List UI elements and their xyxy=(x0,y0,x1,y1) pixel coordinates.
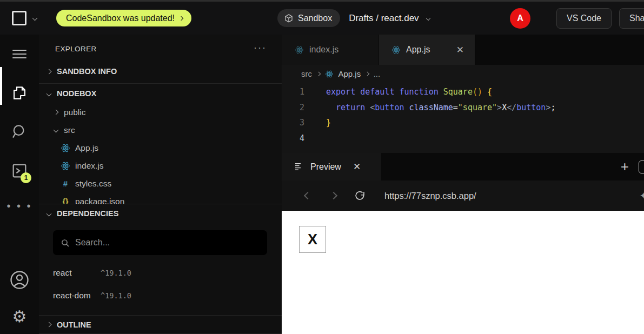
tree-item-label: index.js xyxy=(75,161,104,171)
dependency-row[interactable]: react-dom ^19.1.0 xyxy=(39,291,282,300)
add-preview-button[interactable]: + xyxy=(621,158,629,175)
top-bar: CodeSandbox was updated! Sandbox Drafts … xyxy=(0,0,644,35)
code-line: 1 export default function Square() { xyxy=(282,84,644,100)
avatar[interactable]: A xyxy=(510,8,530,29)
share-button-label: Share xyxy=(629,14,644,23)
dependency-name: react-dom xyxy=(53,291,93,300)
square-button[interactable]: X xyxy=(299,226,326,253)
section-label: SANDBOX INFO xyxy=(57,67,117,76)
line-number: 4 xyxy=(282,133,304,143)
search-icon xyxy=(10,123,29,141)
tree-item-app-js[interactable]: App.js xyxy=(39,139,282,157)
dependency-search-input[interactable] xyxy=(75,238,260,248)
avatar-letter: A xyxy=(517,14,523,23)
preview-url-bar: https://77sznp.csb.app/ ✦ xyxy=(282,181,644,211)
preview-tab-bar: Preview ✕ + xyxy=(282,153,644,181)
menu-button[interactable] xyxy=(0,35,39,74)
chevron-right-icon xyxy=(365,72,369,76)
arrow-right-icon xyxy=(330,192,337,199)
explorer-more-button[interactable]: ··· xyxy=(254,41,267,54)
tree-item-src[interactable]: src xyxy=(39,121,282,139)
breadcrumb-more[interactable]: ... xyxy=(374,69,381,78)
update-banner[interactable]: CodeSandbox was updated! xyxy=(56,10,191,26)
react-icon xyxy=(61,143,70,153)
react-icon xyxy=(391,45,401,55)
more-views-button[interactable]: • • • xyxy=(0,190,39,222)
tree-item-label: src xyxy=(64,125,75,135)
dependency-search[interactable] xyxy=(53,230,267,255)
chevron-right-icon xyxy=(179,16,183,20)
chevron-down-icon xyxy=(47,91,52,96)
react-icon xyxy=(325,70,334,78)
activity-bar: 1 • • • ⚙ xyxy=(0,35,39,334)
section-dependencies[interactable]: DEPENDENCIES xyxy=(39,204,282,223)
section-sandbox-info[interactable]: SANDBOX INFO xyxy=(39,59,282,83)
dependency-row[interactable]: react ^19.1.0 xyxy=(39,268,282,278)
back-button[interactable] xyxy=(295,193,321,198)
section-outline[interactable]: OUTLINE xyxy=(39,316,282,333)
terminal-badge: 1 xyxy=(21,172,31,183)
section-nodebox[interactable]: NODEBOX xyxy=(39,84,282,103)
cube-icon xyxy=(284,14,294,23)
sparkle-icon[interactable]: ✦ xyxy=(640,190,644,202)
breadcrumb: src App.js ... xyxy=(282,65,644,83)
tree-item-label: package.json xyxy=(75,197,124,204)
tree-item-styles-css[interactable]: # styles.css xyxy=(39,175,282,192)
breadcrumb-file[interactable]: App.js xyxy=(338,69,361,78)
close-icon[interactable]: ✕ xyxy=(453,44,467,56)
tree-clip: {} package.json xyxy=(39,192,282,204)
editor-area: index.js App.js ✕ src xyxy=(282,35,644,334)
hamburger-icon xyxy=(12,47,26,61)
settings-button[interactable]: ⚙ xyxy=(0,299,39,334)
preview-url[interactable]: https://77sznp.csb.app/ xyxy=(384,191,476,201)
section-label: DEPENDENCIES xyxy=(57,209,118,218)
share-button[interactable]: Share xyxy=(619,8,644,29)
explorer-view-button[interactable] xyxy=(0,74,39,112)
chevron-right-icon xyxy=(316,72,321,76)
preview-frame: X xyxy=(282,211,644,334)
code-line: 2 return <button className="square">X</b… xyxy=(282,100,644,116)
chevron-down-icon xyxy=(47,211,52,216)
arrow-left-icon xyxy=(304,192,311,199)
chevron-down-icon[interactable] xyxy=(32,16,38,21)
tree-item-public[interactable]: public xyxy=(39,103,282,121)
tree-item-package-json[interactable]: {} package.json xyxy=(39,192,282,204)
json-icon: {} xyxy=(61,197,70,204)
tab-app-js[interactable]: App.js ✕ xyxy=(379,35,475,65)
tree-item-label: styles.css xyxy=(75,179,111,189)
chevron-down-icon[interactable] xyxy=(426,16,430,20)
tree-item-label: public xyxy=(64,108,86,117)
explorer-sidebar: EXPLORER ··· SANDBOX INFO NODEBOX public… xyxy=(39,35,282,334)
refresh-button[interactable] xyxy=(347,190,373,202)
account-button[interactable] xyxy=(0,260,39,299)
section-label: NODEBOX xyxy=(57,89,96,98)
sandbox-badge[interactable]: Sandbox xyxy=(277,9,340,27)
account-icon xyxy=(9,269,30,291)
line-number: 3 xyxy=(282,118,304,128)
window-logo-icon[interactable] xyxy=(12,11,26,25)
close-icon[interactable]: ✕ xyxy=(353,161,361,172)
terminal-view-button[interactable]: 1 xyxy=(0,151,39,190)
tree-item-index-js[interactable]: index.js xyxy=(39,157,282,175)
react-icon xyxy=(295,45,304,55)
chevron-right-icon xyxy=(47,69,52,74)
breadcrumb-folder[interactable]: src xyxy=(301,69,312,78)
tree-item-label: App.js xyxy=(75,143,98,153)
code-editor[interactable]: 1 export default function Square() { 2 r… xyxy=(282,83,644,153)
code-line: 4 xyxy=(282,131,644,146)
code-line: 3 } xyxy=(282,115,644,131)
chevron-down-icon xyxy=(54,128,59,133)
project-breadcrumb[interactable]: Drafts / react.dev xyxy=(349,13,419,24)
preview-tab-label: Preview xyxy=(310,162,341,172)
forward-button[interactable] xyxy=(321,193,347,198)
tab-index-js[interactable]: index.js xyxy=(282,35,379,65)
vscode-button[interactable]: VS Code xyxy=(556,8,612,29)
line-number: 2 xyxy=(282,103,304,112)
react-icon xyxy=(61,161,70,171)
preview-tab[interactable]: Preview ✕ xyxy=(282,153,381,181)
search-view-button[interactable] xyxy=(0,112,39,151)
gear-icon: ⚙ xyxy=(12,309,27,325)
layout-icon[interactable] xyxy=(639,161,644,173)
vscode-button-label: VS Code xyxy=(567,14,601,23)
tab-label: App.js xyxy=(406,45,430,55)
